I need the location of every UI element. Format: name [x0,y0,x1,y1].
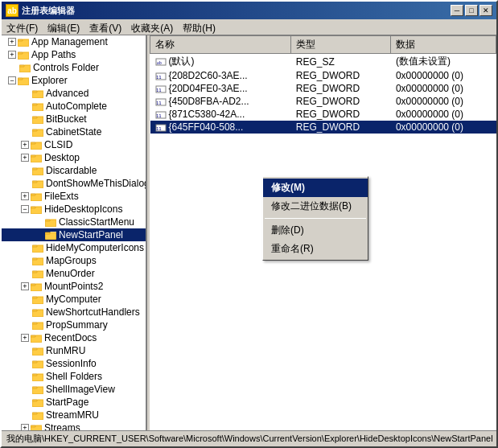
tree-item[interactable]: + Desktop [2,151,146,164]
tree-expander[interactable]: + [21,282,29,290]
reg-data: 0x00000000 (0) [391,108,496,121]
tree-item[interactable]: Discardable [2,164,146,177]
context-menu-item[interactable]: 修改(M) [263,179,368,197]
tree-expander[interactable]: + [21,192,29,200]
reg-data: 0x00000000 (0) [391,121,496,134]
tree-item[interactable]: HideMyComputerIcons [2,241,146,254]
table-row[interactable]: ab(默认) REG_SZ (数值未设置) [150,54,496,70]
svg-rect-85 [32,400,37,401]
tree-expander[interactable]: + [21,424,29,430]
table-row[interactable]: 11{20D04FE0-3AE... REG_DWORD 0x00000000 … [150,82,496,95]
reg-type: REG_SZ [291,54,391,70]
tree-expander[interactable]: + [8,51,16,59]
tree-item[interactable]: ShellImageView [2,383,146,396]
tree-item[interactable]: SessionInfo [2,357,146,370]
tree-item[interactable]: NewShortcutHandlers [2,306,146,319]
table-row[interactable]: 11{871C5380-42A... REG_DWORD 0x00000000 … [150,108,496,121]
svg-rect-52 [32,258,37,260]
tree-item[interactable]: StartPage [2,396,146,409]
tree-item[interactable]: StreamMRU [2,409,146,421]
menu-edit[interactable]: 编辑(E) [43,21,84,33]
tree-item[interactable]: + App Paths [2,48,146,61]
tree-item-label: CLSID [44,139,72,150]
tree-item[interactable]: Shell Folders [2,370,146,383]
context-menu-item[interactable]: 重命名(R) [263,240,368,258]
tree-item[interactable]: PropSummary [2,319,146,331]
menu-help[interactable]: 帮助(H) [178,21,220,33]
reg-type: REG_DWORD [291,108,391,121]
tree-item[interactable]: + Streams [2,421,146,430]
svg-rect-91 [31,425,35,427]
folder-icon [18,37,29,47]
folder-icon [45,230,56,240]
context-menu-item[interactable]: 修改二进位数据(B) [263,197,368,216]
tree-expander[interactable]: + [21,141,29,149]
folder-icon [18,76,29,85]
tree-item[interactable]: RunMRU [2,344,146,357]
tree-pane[interactable]: + App Management+ App Paths Controls Fol… [2,35,146,430]
tree-expander[interactable]: − [21,205,29,213]
svg-rect-16 [32,104,37,105]
folder-icon [32,256,43,265]
folder-icon [31,423,42,430]
tree-item[interactable]: BitBucket [2,113,146,125]
tree-item[interactable]: ClassicStartMenu [2,216,146,228]
tree-item[interactable]: + App Management [2,35,146,48]
statusbar: 我的电脑\HKEY_CURRENT_USER\Software\Microsof… [2,430,496,446]
tree-item[interactable]: MapGroups [2,254,146,267]
tree-expander[interactable]: − [8,76,16,84]
reg-type: REG_DWORD [291,95,391,108]
svg-rect-46 [45,232,50,234]
tree-item[interactable]: NewStartPanel [2,228,146,241]
tree-item[interactable]: MenuOrder [2,267,146,280]
tree-item[interactable]: + FileExts [2,190,146,203]
table-row[interactable]: 11{645FF040-508... REG_DWORD 0x00000000 … [150,121,496,134]
menu-file[interactable]: 文件(F) [2,21,43,33]
tree-item[interactable]: Advanced [2,87,146,100]
col-type: 类型 [291,36,391,54]
folder-icon [31,191,42,201]
svg-text:11: 11 [156,75,162,80]
app-icon: ab [6,4,19,17]
svg-text:11: 11 [156,113,162,118]
maximize-button[interactable]: □ [465,5,478,16]
svg-rect-70 [31,335,35,337]
tree-item[interactable]: CabinetState [2,125,146,138]
folder-icon [32,101,43,111]
tree-item[interactable]: DontShowMeThisDialogA... [2,177,146,190]
table-row[interactable]: 11{208D2C60-3AE... REG_DWORD 0x00000000 … [150,69,496,82]
tree-item-label: BitBucket [46,113,87,125]
minimize-button[interactable]: ─ [451,5,463,16]
menu-favorites[interactable]: 收藏夹(A) [126,21,178,33]
tree-expander[interactable]: + [21,154,29,162]
table-row[interactable]: 11{450D8FBA-AD2... REG_DWORD 0x00000000 … [150,95,496,108]
tree-item[interactable]: − HideDesktopIcons [2,203,146,216]
tree-item-label: AutoComplete [46,101,107,112]
tree-expander[interactable]: + [8,38,16,46]
folder-icon [32,384,43,394]
folder-icon [31,140,42,150]
tree-item[interactable]: Controls Folder [2,61,146,74]
folder-icon [31,153,42,162]
svg-rect-58 [31,284,35,286]
folder-icon [45,217,56,227]
tree-expander[interactable]: + [21,334,29,342]
tree-item-label: NewStartPanel [59,229,123,240]
tree-item[interactable]: + RecentDocs [2,331,146,344]
titlebar: ab 注册表编辑器 ─ □ ✕ [2,2,496,19]
menu-view[interactable]: 查看(V) [84,21,126,33]
tree-item-label: NewShortcutHandlers [46,306,140,318]
tree-item-label: RecentDocs [44,332,97,343]
context-menu-item[interactable]: 删除(D) [263,221,368,240]
tree-item[interactable]: + CLSID [2,138,146,151]
tree-item[interactable]: MyComputer [2,293,146,306]
statusbar-text: 我的电脑\HKEY_CURRENT_USER\Software\Microsof… [6,433,493,445]
registry-table: 名称 类型 数据 ab(默认) REG_SZ (数值未设置) 11{208D2C… [150,35,496,134]
tree-item[interactable]: + MountPoints2 [2,280,146,293]
svg-rect-31 [32,168,37,170]
tree-item[interactable]: AutoComplete [2,100,146,113]
close-button[interactable]: ✕ [479,5,492,16]
svg-rect-28 [31,155,35,157]
tree-item-label: Controls Folder [33,62,99,73]
tree-item[interactable]: − Explorer [2,74,146,87]
